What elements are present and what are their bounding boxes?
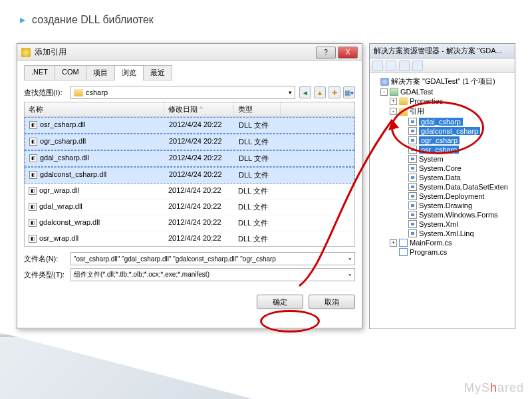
tree-node[interactable]: ogr_csharp — [371, 136, 513, 145]
toolbar-btn-1[interactable] — [372, 61, 383, 71]
expand-icon[interactable]: - — [380, 88, 388, 96]
ref-icon — [408, 201, 417, 209]
tree-node[interactable]: gdal_csharp — [371, 117, 513, 126]
tree-node[interactable]: -GDALTest — [371, 87, 513, 96]
expand-icon — [399, 137, 406, 144]
toolbar-btn-3[interactable] — [399, 61, 410, 71]
expand-icon[interactable]: - — [390, 108, 397, 115]
ref-icon — [408, 118, 417, 126]
sol-icon — [380, 78, 389, 86]
file-row[interactable]: ◧gdal_csharp.dll2012/4/24 20:22DLL 文件 — [25, 150, 354, 167]
tree-label: System.Data.DataSetExten — [419, 183, 508, 191]
dialog-icon — [21, 48, 31, 57]
toolbar-btn-4[interactable] — [412, 61, 423, 71]
solution-explorer-title: 解决方案资源管理器 - 解决方案 "GDA... — [370, 44, 515, 59]
add-reference-dialog: 添加引用 ? X .NETCOM项目浏览最近 查找范围(I): csharp ▾… — [17, 43, 362, 329]
tree-node[interactable]: gdalconst_csharp — [371, 126, 513, 136]
tree-label: Program.cs — [410, 248, 447, 256]
ref-icon — [408, 146, 417, 154]
tree-label: System.Drawing — [419, 201, 472, 209]
tree-node[interactable]: System.Deployment — [371, 192, 513, 201]
tree-label: System.Xml.Linq — [419, 229, 474, 237]
tree-node[interactable]: Program.cs — [371, 247, 513, 257]
dialog-body: .NETCOM项目浏览最近 查找范围(I): csharp ▾ ◄ ▲ ✚ ▦▾… — [17, 61, 362, 327]
tree-label: System.Data — [419, 174, 461, 182]
file-type-combo[interactable]: 组件文件(*.dll;*.tlb;*.olb;*.ocx;*.exe;*.man… — [70, 268, 355, 281]
expand-icon — [399, 165, 406, 172]
ref-icon — [408, 211, 417, 219]
tree-node[interactable]: System.Xml.Linq — [371, 229, 513, 238]
ref-icon — [408, 136, 417, 144]
tree-node[interactable]: System.Data — [371, 173, 513, 182]
tree-node[interactable]: +MainForm.cs — [371, 238, 513, 247]
file-list: 名称 修改日期 ^ 类型 ◧osr_csharp.dll2012/4/24 20… — [24, 102, 355, 247]
col-name[interactable]: 名称 — [25, 102, 164, 116]
folder-icon — [399, 97, 408, 105]
file-row[interactable]: ◧gdalconst_wrap.dll2012/4/24 20:22DLL 文件 — [25, 215, 354, 231]
expand-icon — [399, 221, 406, 228]
folder-icon — [74, 89, 83, 96]
tree-node[interactable]: +Properties — [371, 96, 513, 106]
tab-com[interactable]: COM — [55, 65, 86, 80]
solution-toolbar — [370, 59, 515, 73]
tree-node[interactable]: System.Data.DataSetExten — [371, 182, 513, 192]
ref-icon — [408, 164, 417, 172]
file-row[interactable]: ◧gdalconst_csharp.dll2012/4/24 20:22DLL … — [25, 167, 354, 184]
tree-label: Properties — [410, 97, 443, 105]
tree-label: GDALTest — [400, 88, 433, 96]
tree-node[interactable]: System.Drawing — [371, 201, 513, 210]
back-icon[interactable]: ◄ — [299, 86, 311, 98]
new-folder-icon[interactable]: ✚ — [329, 86, 340, 98]
expand-icon — [399, 118, 406, 126]
cancel-button[interactable]: 取消 — [309, 295, 355, 309]
look-in-label: 查找范围(I): — [24, 88, 70, 98]
tab-.net[interactable]: .NET — [24, 65, 55, 80]
expand-icon[interactable]: + — [390, 98, 397, 105]
tab-浏览[interactable]: 浏览 — [114, 65, 144, 80]
expand-icon[interactable]: + — [390, 239, 397, 247]
file-row[interactable]: ◧osr_csharp.dll2012/4/24 20:22DLL 文件 — [25, 117, 354, 134]
ref-icon — [408, 174, 417, 182]
tree-node[interactable]: -引用 — [371, 106, 513, 117]
file-name-input[interactable]: "osr_csharp.dll" "gdal_csharp.dll" "gdal… — [70, 252, 355, 265]
col-date[interactable]: 修改日期 ^ — [164, 102, 234, 116]
file-row[interactable]: ◧gdal_wrap.dll2012/4/24 20:22DLL 文件 — [25, 200, 354, 215]
tree-node[interactable]: System — [371, 154, 513, 164]
look-in-value: csharp — [86, 88, 108, 96]
col-type[interactable]: 类型 — [234, 102, 281, 116]
tree-node[interactable]: System.Xml — [371, 219, 513, 229]
tree-node[interactable]: osr_csharp — [371, 145, 513, 154]
dialog-titlebar[interactable]: 添加引用 ? X — [17, 44, 362, 61]
file-type-label: 文件类型(T): — [24, 270, 70, 280]
dll-icon: ◧ — [29, 235, 37, 243]
tree-node[interactable]: 解决方案 "GDALTest" (1 个项目) — [371, 76, 513, 87]
tree-label: MainForm.cs — [410, 239, 452, 247]
tab-bar: .NETCOM项目浏览最近 — [24, 65, 355, 80]
up-icon[interactable]: ▲ — [314, 86, 326, 98]
look-in-combo[interactable]: csharp ▾ — [70, 86, 295, 99]
ref-icon — [408, 220, 417, 228]
tree-node[interactable]: System.Core — [371, 164, 513, 173]
file-row[interactable]: ◧osr_wrap.dll2012/4/24 20:22DLL 文件 — [25, 231, 354, 247]
tab-项目[interactable]: 项目 — [86, 65, 115, 80]
file-row[interactable]: ◧ogr_wrap.dll2012/4/24 20:22DLL 文件 — [25, 184, 354, 200]
help-button[interactable]: ? — [316, 47, 336, 59]
dll-icon: ◧ — [29, 171, 37, 179]
close-button[interactable]: X — [338, 47, 358, 59]
tree-label: osr_csharp — [419, 146, 459, 154]
file-list-header[interactable]: 名称 修改日期 ^ 类型 — [25, 102, 354, 117]
expand-icon — [399, 193, 406, 200]
tab-最近[interactable]: 最近 — [143, 65, 172, 80]
view-menu-icon[interactable]: ▦▾ — [343, 86, 355, 98]
ok-button[interactable]: 确定 — [257, 295, 303, 309]
tree-node[interactable]: System.Windows.Forms — [371, 210, 513, 219]
tree-label: gdalconst_csharp — [419, 127, 480, 135]
file-row[interactable]: ◧ogr_csharp.dll2012/4/24 20:22DLL 文件 — [25, 134, 354, 150]
dll-icon: ◧ — [29, 203, 37, 211]
expand-icon — [399, 184, 406, 191]
expand-icon — [390, 249, 397, 256]
tree-label: System.Xml — [419, 220, 458, 228]
tree-label: System.Windows.Forms — [419, 211, 498, 219]
solution-tree: 解决方案 "GDALTest" (1 个项目)-GDALTest+Propert… — [370, 73, 515, 259]
toolbar-btn-2[interactable] — [386, 61, 396, 71]
